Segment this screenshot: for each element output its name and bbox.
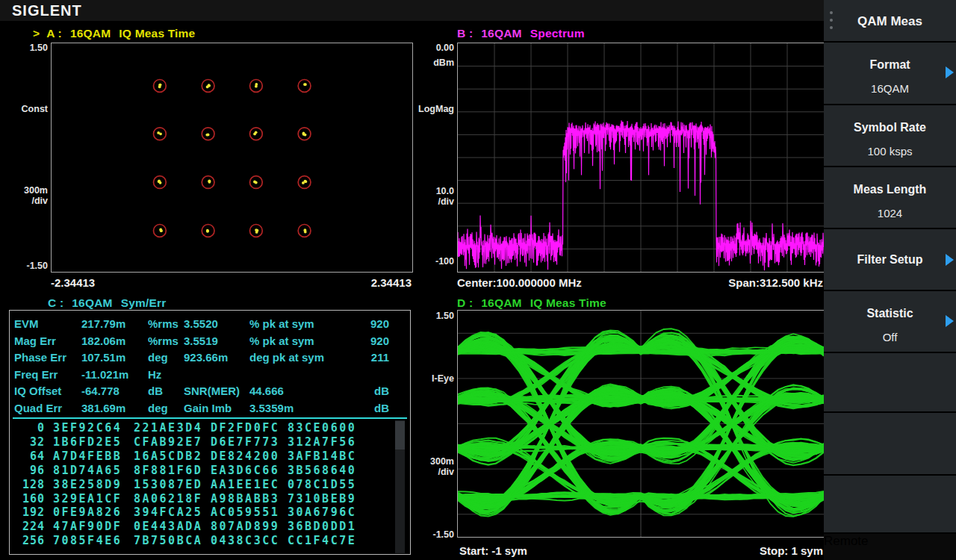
constellation-trace <box>52 43 412 272</box>
metric-cell: deg pk at sym <box>249 351 324 364</box>
metric-cell: dB <box>374 402 389 414</box>
metric-cell: % pk at sym <box>249 317 314 330</box>
softkey-value: 1024 <box>824 207 956 220</box>
symbol-word: 0438C3CC <box>211 534 279 547</box>
b-ref-level-label: 0.00 <box>436 43 454 53</box>
a-x-min-label: -2.34413 <box>51 276 95 289</box>
metric-cell: dB <box>148 385 163 397</box>
symbol-word: 7B750BCA <box>134 534 202 547</box>
symbol-row: 1920FE9A826394FCA25AC05955130A6796C <box>10 505 410 520</box>
symbol-word: A7D4FEBB <box>53 449 122 462</box>
metric-cell: 3.5520 <box>184 317 218 330</box>
d-start-label: Start: -1 sym <box>459 544 527 557</box>
d-y-max-label: 1.50 <box>436 311 454 321</box>
metric-cell: 923.66m <box>184 351 228 364</box>
a-x-max-label: 2.34413 <box>371 276 412 289</box>
metric-cell: deg <box>148 351 168 364</box>
softkey-symbol-rate[interactable]: Symbol Rate100 ksps <box>824 105 956 166</box>
symbol-word: CFAB92E7 <box>134 435 202 448</box>
softkey-filter-setup[interactable]: Filter Setup <box>824 229 956 290</box>
softkey-statistic[interactable]: StatisticOff <box>824 291 956 352</box>
metric-cell: IQ Offset <box>14 385 61 397</box>
b-center-freq-label: Center:100.000000 MHz <box>457 276 582 289</box>
symbol-row: 22447AF90DF0E443ADA807AD89936BD0DD1 <box>10 520 410 534</box>
panel-a-id: A : <box>46 27 62 40</box>
metric-cell: 107.51m <box>81 351 125 364</box>
metric-row: Phase Err107.51mdeg923.66mdeg pk at sym2… <box>10 351 410 366</box>
symbol-word: EA3D6C66 <box>211 463 279 476</box>
submenu-arrow-icon <box>946 315 954 327</box>
symbol-row: 9681D74A658F881F6DEA3D6C663B568640 <box>10 463 410 477</box>
spectrum-plot[interactable] <box>457 43 825 273</box>
symbol-address: 224 <box>10 520 45 533</box>
symbol-word: AA1EE1EC <box>211 477 279 491</box>
b-scale-unit-label: /div <box>438 196 454 207</box>
panel-c-format: 16QAM <box>72 296 112 309</box>
symbol-word: 807AD899 <box>211 520 279 533</box>
b-y-min-label: -100 <box>435 256 454 267</box>
metric-cell: 217.79m <box>81 317 125 330</box>
metric-cell: 381.69m <box>81 402 125 414</box>
top-bar: SIGLENT <box>0 0 824 21</box>
symbol-word: 3AFB14BC <box>288 449 356 462</box>
panel-c-header[interactable]: C :16QAMSym/Err <box>48 296 175 310</box>
panel-d-header[interactable]: D :16QAMIQ Meas Time <box>457 296 615 310</box>
submenu-arrow-icon <box>946 66 954 78</box>
remote-status-button[interactable]: Remote <box>824 534 956 560</box>
metric-cell: 920 <box>370 317 389 330</box>
symbol-address: 192 <box>10 505 45 519</box>
remote-label: Remote <box>824 534 869 548</box>
eye-diagram-trace <box>458 311 824 537</box>
softkey-label: Format <box>824 58 956 72</box>
symbol-error-table[interactable]: EVM217.79m%rms3.5520% pk at sym920Mag Er… <box>9 310 411 555</box>
symbol-word: DF2FD0FC <box>211 421 279 435</box>
scrollbar-thumb[interactable] <box>395 421 405 449</box>
menu-header-qam-meas[interactable]: QAM Meas <box>824 0 956 41</box>
metric-cell: 44.666 <box>249 385 284 397</box>
symbol-row: 321B6FD2E5CFAB92E7D6E7F773312A7F56 <box>10 435 410 449</box>
panel-b-header[interactable]: B :16QAMSpectrum <box>457 27 593 40</box>
metric-row: Quad Err381.69mdegGain Imb3.5359mdB <box>10 402 410 417</box>
metric-cell: 211 <box>371 351 389 364</box>
spectrum-trace <box>458 43 824 272</box>
d-scale-label: 300m <box>430 456 454 467</box>
symbol-row: 12838E258D9153087EDAA1EE1EC078C1D55 <box>10 477 410 491</box>
b-trace-type-label: LogMag <box>418 104 454 114</box>
symbol-address: 256 <box>10 534 45 547</box>
symbol-word: 8F881F6D <box>134 463 202 476</box>
softkey-label: Meas Length <box>824 183 956 196</box>
metric-cell: Mag Err <box>14 335 56 347</box>
symbol-table-scrollbar[interactable] <box>395 420 405 553</box>
softkey-format[interactable]: Format16QAM <box>824 43 956 104</box>
metric-cell: Gain Imb <box>184 402 232 414</box>
b-span-label: Span:312.500 kHz <box>728 276 823 289</box>
symbol-word: 7310BEB9 <box>288 491 356 505</box>
metric-cell: deg <box>148 402 168 414</box>
constellation-plot[interactable] <box>51 43 413 273</box>
panel-c-id: C : <box>48 296 63 309</box>
panel-a-header[interactable]: >A :16QAMIQ Meas Time <box>33 27 203 40</box>
symbol-word: 47AF90DF <box>53 520 122 533</box>
metric-row: Mag Err182.06m%rms3.5519% pk at sym920 <box>10 335 410 349</box>
symbol-word: 38E258D9 <box>53 477 122 491</box>
panel-a-format: 16QAM <box>70 27 111 40</box>
metric-cell: SNR(MER) <box>184 385 240 397</box>
metric-cell: 182.06m <box>81 335 125 347</box>
b-scale-label: 10.0 <box>436 186 454 196</box>
a-y-min-label: -1.50 <box>27 261 49 271</box>
symbol-word: 1B6FD2E5 <box>53 435 122 448</box>
d-stop-label: Stop: 1 sym <box>760 544 823 557</box>
symbol-word: 153087ED <box>134 477 202 491</box>
symbol-word: 394FCA25 <box>134 505 202 519</box>
eye-diagram-plot[interactable] <box>457 310 825 538</box>
softkey-label: Statistic <box>824 307 956 320</box>
metric-cell: -64.778 <box>81 385 120 397</box>
softkey-value: Off <box>824 331 956 343</box>
softkey-meas-length[interactable]: Meas Length1024 <box>824 167 956 228</box>
a-scale-label: 300m <box>24 185 48 196</box>
symbol-word: 81D74A65 <box>53 463 122 476</box>
symbol-word: 83CE0600 <box>288 421 356 435</box>
symbol-address: 96 <box>10 463 45 476</box>
symbol-word: DE824200 <box>211 449 279 462</box>
a-scale-unit-label: /div <box>31 196 48 206</box>
